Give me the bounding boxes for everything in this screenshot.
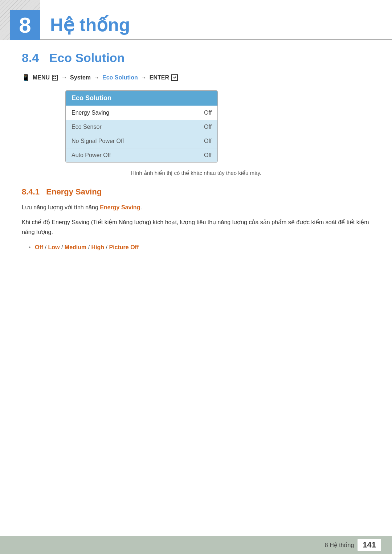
page-footer: 8 Hệ thống 141 <box>0 536 392 554</box>
page-header: 8 Hệ thống <box>0 0 392 40</box>
enter-icon: ↵ <box>171 74 178 81</box>
eco-sensor-label: Eco Sensor <box>72 124 102 130</box>
arrow2: → <box>94 74 99 81</box>
footer-page-number: 141 <box>358 539 381 551</box>
arrow3: → <box>141 74 147 81</box>
system-label: System <box>70 74 91 81</box>
sep4: / <box>104 244 109 250</box>
menu-grid-icon <box>52 75 58 81</box>
no-signal-label: No Signal Power Off <box>72 138 124 144</box>
menu-label: MENU <box>33 74 50 81</box>
energy-saving-label: Energy Saving <box>72 110 109 116</box>
energy-saving-value: Off <box>204 110 212 116</box>
footer-text: 8 Hệ thống <box>325 542 354 549</box>
opt-high: High <box>91 244 105 250</box>
eco-solution-menu: Eco Solution Energy Saving Off Eco Senso… <box>65 90 218 163</box>
menu-item-energy-saving[interactable]: Energy Saving Off <box>66 106 217 120</box>
menu-item-auto-power-off[interactable]: Auto Power Off Off <box>66 148 217 162</box>
menu-item-no-signal[interactable]: No Signal Power Off Off <box>66 134 217 148</box>
remote-icon: 📱 <box>22 74 30 82</box>
subsection-title: 8.4.1 Energy Saving <box>22 187 370 197</box>
menu-box-header: Eco Solution <box>66 91 217 106</box>
opt-low: Low <box>48 244 60 250</box>
options-list: Off / Low / Medium / High / Picture Off <box>22 242 370 252</box>
chapter-title: Hệ thống <box>50 15 130 36</box>
enter-label: ENTER <box>150 74 169 81</box>
menu-item-eco-sensor[interactable]: Eco Sensor Off <box>66 120 217 134</box>
no-signal-value: Off <box>204 138 212 144</box>
eco-sensor-value: Off <box>204 124 212 130</box>
description1: Lưu năng lượng với tính năng Energy Savi… <box>22 202 370 212</box>
eco-solution-label: Eco Solution <box>102 74 138 81</box>
main-content: 8.4 Eco Solution 📱 MENU → System → Eco S… <box>0 51 392 252</box>
chapter-title-block: Hệ thống <box>40 0 392 40</box>
breadcrumb: 📱 MENU → System → Eco Solution → ENTER ↵ <box>22 74 370 82</box>
sep2: / <box>60 244 64 250</box>
menu-caption: Hình ảnh hiển thị có thể khác nhau tùy t… <box>22 170 370 176</box>
subsection-number: 8.4.1 <box>22 187 40 196</box>
subsection-heading: Energy Saving <box>46 187 102 196</box>
chapter-number: 8 <box>19 13 31 38</box>
auto-power-off-label: Auto Power Off <box>72 152 111 159</box>
opt-off: Off <box>35 244 43 250</box>
arrow1: → <box>61 74 67 81</box>
chapter-number-box: 8 <box>10 10 40 40</box>
opt-medium: Medium <box>65 244 86 250</box>
section-heading: Eco Solution <box>49 51 125 65</box>
desc1-post: . <box>140 204 142 210</box>
auto-power-off-value: Off <box>204 152 212 159</box>
sep1: / <box>43 244 48 250</box>
desc1-bold: Energy Saving <box>100 204 140 210</box>
sep3: / <box>86 244 91 250</box>
description2: Khi chế độ Energy Saving (Tiết kiệm Năng… <box>22 217 370 237</box>
section-number: 8.4 <box>22 51 39 65</box>
opt-picture-off: Picture Off <box>109 244 139 250</box>
options-item: Off / Low / Medium / High / Picture Off <box>29 242 370 252</box>
desc1-pre: Lưu năng lượng với tính năng <box>22 204 100 210</box>
section-title: 8.4 Eco Solution <box>22 51 370 65</box>
stripe-background: 8 <box>0 0 40 40</box>
